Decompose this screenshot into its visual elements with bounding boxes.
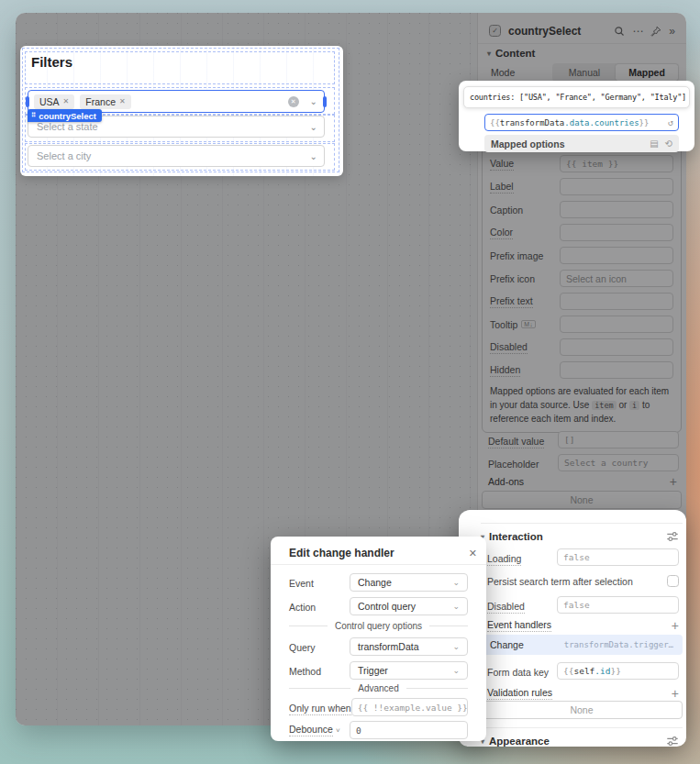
method-label: Method (289, 666, 321, 677)
event-handlers-label: Event handlers (487, 619, 551, 632)
disabled-row: Disabled false (487, 596, 679, 614)
data-source-input[interactable]: {{ transformData.data.countries }} ↺ (484, 114, 679, 131)
sliders-icon[interactable] (666, 530, 679, 543)
form-data-key-row: Form data key {{ self.id }} (487, 662, 679, 680)
clear-all-icon[interactable]: ✕ (288, 96, 299, 107)
docs-icon[interactable]: ▤ (650, 138, 658, 149)
action-row: Action Control query⌄ (289, 597, 468, 615)
chevron-down-icon: ⌄ (310, 122, 324, 132)
advanced-divider: Advanced (289, 683, 468, 693)
loading-row: Loading false (487, 548, 679, 566)
change-handler-action: transformData.trigger… (564, 640, 673, 649)
event-select[interactable]: Change⌄ (350, 573, 468, 592)
debounce-input[interactable]: 0 (350, 721, 468, 739)
method-row: Method Trigger⌄ (289, 661, 468, 680)
filters-container[interactable]: Filters Select a state ⌄ USA✕ France✕ ✕ … (20, 46, 343, 176)
persist-checkbox[interactable] (667, 575, 679, 587)
loading-label: Loading (487, 553, 521, 566)
mapped-options-bar: Mapped options ▤ ⟲ (484, 135, 679, 152)
resize-handle-right[interactable] (323, 96, 327, 107)
change-handler-row[interactable]: Change transformData.trigger… (481, 635, 683, 655)
form-data-key-label: Form data key (487, 667, 549, 678)
action-select[interactable]: Control query⌄ (350, 597, 468, 615)
persist-label: Persist search term after selection (487, 576, 633, 587)
add-event-handler-icon[interactable]: + (672, 619, 679, 632)
data-preview-tooltip: countries: ["USA", "France", "Germany", … (463, 86, 690, 108)
edit-change-handler-modal: Edit change handler ✕ Event Change⌄ Acti… (271, 537, 486, 741)
modal-title: Edit change handler (289, 547, 394, 559)
city-select[interactable]: Select a city ⌄ (28, 145, 325, 167)
control-query-options-divider: Control query options (289, 621, 468, 631)
chevron-down-icon: ⌄ (452, 602, 460, 611)
disabled-input[interactable]: false (557, 596, 679, 614)
section-interaction-label: Interaction (489, 531, 543, 542)
query-select[interactable]: transformData⌄ (350, 637, 468, 656)
filters-title: Filters (31, 54, 72, 70)
drag-handle-icon[interactable]: ⠿ (31, 112, 36, 119)
debounce-row: Debounce˅ 0 (289, 721, 468, 739)
revert-icon[interactable]: ↺ (668, 117, 673, 127)
disabled-label: Disabled (487, 601, 525, 614)
chevron-down-icon: ⌄ (452, 666, 460, 675)
only-run-when-row: Only run when {{ !!example.value }} (289, 698, 468, 716)
only-run-when-label: Only run when (289, 703, 351, 715)
query-label: Query (289, 642, 316, 653)
section-interaction[interactable]: ▾ Interaction (481, 528, 679, 545)
validation-rules-header: Validation rules + (487, 686, 679, 701)
validation-rules-label: Validation rules (487, 687, 552, 700)
validation-empty: None (481, 701, 683, 719)
chevron-down-icon: ˅ (336, 726, 340, 735)
mapped-options-header: Mapped options (491, 138, 565, 149)
reset-icon[interactable]: ⟲ (665, 138, 672, 149)
form-data-key-input[interactable]: {{ self.id }} (557, 662, 679, 680)
retool-editor: { "icons": { "check": "✓", "more": "⋯", … (0, 0, 700, 764)
resize-handle-left[interactable] (26, 96, 29, 107)
chevron-down-icon: ⌄ (310, 151, 324, 161)
section-appearance-label: Appearance (489, 736, 550, 747)
event-label: Event (289, 578, 314, 589)
add-validation-rule-icon[interactable]: + (672, 687, 679, 700)
event-handlers-header: Event handlers + (487, 618, 679, 633)
section-appearance[interactable]: ▾ Appearance (481, 733, 679, 747)
chevron-down-icon[interactable]: ⌄ (305, 96, 324, 106)
event-row: Event Change⌄ (289, 573, 468, 592)
close-icon[interactable]: ✕ (469, 548, 477, 559)
chevron-down-icon: ⌄ (452, 642, 460, 651)
method-select[interactable]: Trigger⌄ (350, 661, 468, 680)
component-name-badge[interactable]: ⠿ countrySelect (28, 109, 102, 122)
interaction-spotlight: ▾ Interaction Loading false Persist sear… (459, 510, 686, 747)
sliders-icon[interactable] (666, 735, 679, 747)
debounce-dropdown[interactable]: Debounce˅ (289, 724, 350, 736)
query-row: Query transformData⌄ (289, 637, 468, 656)
selected-tag: France✕ (80, 94, 130, 109)
persist-row: Persist search term after selection (487, 572, 679, 590)
only-run-when-input[interactable]: {{ !!example.value }} (351, 698, 468, 716)
action-label: Action (289, 602, 316, 613)
remove-tag-icon[interactable]: ✕ (119, 97, 126, 105)
data-source-spotlight: countries: ["USA", "France", "Germany", … (459, 81, 694, 151)
loading-input[interactable]: false (557, 548, 679, 566)
selected-tag: USA✕ (34, 94, 74, 109)
remove-tag-icon[interactable]: ✕ (63, 97, 70, 105)
chevron-down-icon: ⌄ (452, 578, 460, 587)
change-handler-event: Change (490, 639, 524, 650)
